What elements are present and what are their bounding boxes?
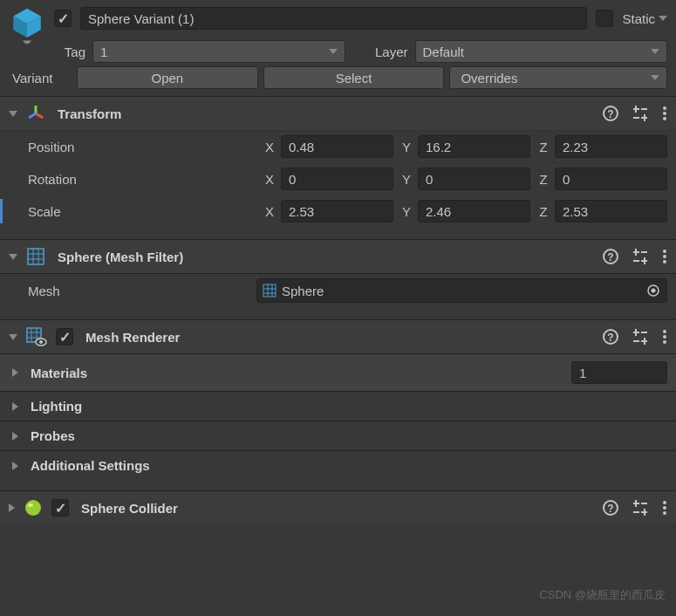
- tag-dropdown[interactable]: 1: [92, 40, 345, 63]
- svg-point-59: [25, 500, 41, 516]
- foldout-icon[interactable]: [12, 462, 18, 470]
- transform-header[interactable]: Transform ?: [0, 96, 676, 130]
- help-icon[interactable]: ?: [603, 106, 618, 121]
- svg-point-71: [663, 511, 666, 515]
- preset-icon[interactable]: [632, 329, 648, 345]
- static-checkbox[interactable]: [596, 10, 613, 27]
- preset-icon[interactable]: [632, 249, 648, 264]
- scale-row: Scale X Y Z: [0, 195, 676, 227]
- scale-z[interactable]: [555, 200, 667, 222]
- svg-rect-34: [263, 284, 276, 297]
- svg-line-6: [29, 113, 36, 118]
- object-picker-icon[interactable]: [645, 283, 661, 298]
- svg-rect-66: [633, 511, 639, 513]
- help-icon[interactable]: ?: [603, 500, 618, 516]
- svg-point-40: [652, 289, 656, 293]
- svg-rect-26: [641, 251, 647, 253]
- sphere-collider-enabled-checkbox[interactable]: [51, 499, 69, 517]
- preset-icon[interactable]: [632, 106, 648, 121]
- svg-marker-3: [23, 41, 32, 44]
- sphere-collider-header[interactable]: Sphere Collider ?: [0, 490, 676, 524]
- svg-rect-14: [644, 114, 645, 121]
- svg-rect-64: [641, 503, 647, 504]
- sphere-collider-title: Sphere Collider: [81, 501, 178, 516]
- materials-label: Materials: [31, 366, 87, 380]
- svg-rect-18: [28, 249, 44, 264]
- rotation-x[interactable]: [281, 168, 393, 190]
- svg-rect-51: [641, 332, 647, 333]
- svg-point-58: [663, 340, 666, 344]
- menu-icon[interactable]: [662, 329, 667, 345]
- svg-rect-10: [641, 108, 647, 110]
- svg-point-15: [663, 106, 666, 110]
- object-name-input[interactable]: [80, 7, 587, 30]
- layer-dropdown[interactable]: Default: [415, 40, 668, 63]
- scale-label: Scale: [28, 204, 263, 219]
- position-x[interactable]: [281, 135, 393, 158]
- svg-text:?: ?: [607, 251, 613, 264]
- lighting-label: Lighting: [31, 399, 82, 414]
- rotation-label: Rotation: [28, 172, 263, 187]
- foldout-icon[interactable]: [9, 254, 17, 260]
- svg-point-16: [663, 112, 666, 115]
- foldout-icon[interactable]: [9, 503, 15, 512]
- mesh-renderer-enabled-checkbox[interactable]: [56, 328, 73, 346]
- foldout-icon[interactable]: [12, 368, 18, 377]
- overrides-dropdown[interactable]: Overrides: [449, 66, 667, 89]
- probes-label: Probes: [31, 428, 75, 443]
- materials-count[interactable]: [571, 361, 667, 384]
- mesh-field-icon: [263, 284, 277, 298]
- svg-point-33: [663, 260, 666, 264]
- additional-settings-row[interactable]: Additional Settings: [0, 450, 676, 480]
- foldout-icon[interactable]: [9, 334, 17, 340]
- menu-icon[interactable]: [662, 106, 667, 121]
- preset-icon[interactable]: [632, 500, 648, 516]
- svg-point-32: [663, 255, 666, 258]
- foldout-icon[interactable]: [12, 432, 18, 441]
- foldout-icon[interactable]: [9, 111, 17, 117]
- menu-icon[interactable]: [662, 249, 667, 264]
- svg-point-47: [39, 340, 43, 344]
- mesh-renderer-header[interactable]: Mesh Renderer ?: [0, 319, 676, 353]
- mesh-row: Mesh Sphere: [0, 273, 676, 307]
- mesh-filter-header[interactable]: Sphere (Mesh Filter) ?: [0, 239, 676, 273]
- position-y[interactable]: [418, 135, 530, 158]
- rotation-y[interactable]: [418, 168, 530, 190]
- watermark-text: CSDN @烧瓶里的西瓜皮: [539, 587, 666, 603]
- svg-point-70: [663, 506, 666, 510]
- position-z[interactable]: [555, 135, 667, 158]
- svg-rect-52: [635, 329, 637, 336]
- static-dropdown[interactable]: Static: [622, 11, 667, 26]
- position-row: Position X Y Z: [0, 130, 676, 162]
- svg-rect-28: [633, 260, 639, 262]
- object-enabled-checkbox[interactable]: [54, 10, 72, 27]
- variant-label: Variant: [12, 71, 72, 86]
- scale-y[interactable]: [418, 200, 530, 222]
- help-icon[interactable]: ?: [603, 249, 618, 264]
- probes-row[interactable]: Probes: [0, 421, 676, 450]
- static-label: Static: [622, 11, 655, 26]
- select-button[interactable]: Select: [263, 66, 445, 89]
- mesh-object-field[interactable]: Sphere: [256, 278, 667, 303]
- svg-rect-65: [635, 500, 637, 507]
- materials-row[interactable]: Materials: [0, 353, 676, 391]
- rotation-z[interactable]: [555, 168, 667, 190]
- mesh-label: Mesh: [28, 284, 256, 298]
- transform-icon: [26, 104, 45, 123]
- transform-title: Transform: [58, 106, 121, 121]
- menu-icon[interactable]: [662, 500, 667, 516]
- scale-x[interactable]: [281, 200, 393, 222]
- svg-text:?: ?: [607, 332, 613, 344]
- svg-point-17: [663, 117, 666, 120]
- variant-row: Variant Open Select Overrides: [0, 65, 676, 96]
- mesh-renderer-icon: [26, 327, 47, 346]
- override-marker: [0, 199, 3, 223]
- mesh-value: Sphere: [282, 284, 324, 298]
- foldout-icon[interactable]: [12, 402, 18, 411]
- svg-text:?: ?: [607, 503, 613, 515]
- lighting-row[interactable]: Lighting: [0, 391, 676, 421]
- open-button[interactable]: Open: [77, 66, 258, 89]
- svg-rect-53: [633, 340, 639, 342]
- help-icon[interactable]: ?: [603, 329, 618, 345]
- svg-rect-68: [644, 509, 645, 516]
